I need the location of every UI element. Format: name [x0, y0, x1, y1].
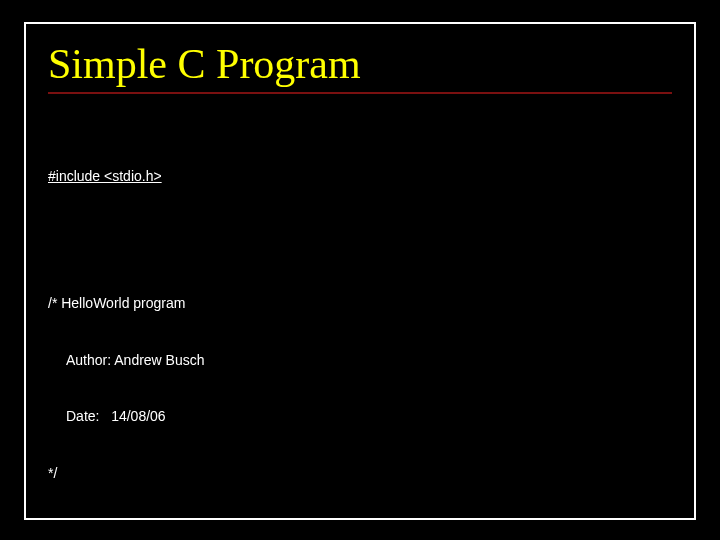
include-text: #include <stdio.h>: [48, 168, 162, 184]
comment-line-1: /* HelloWorld program: [48, 294, 672, 313]
comment-block: /* HelloWorld program Author: Andrew Bus…: [48, 256, 672, 520]
comment-line-2: Author: Andrew Busch: [48, 351, 672, 370]
slide-inner-frame: Simple C Program #include <stdio.h> /* H…: [24, 22, 696, 520]
slide-title: Simple C Program: [48, 42, 672, 86]
slide: Simple C Program #include <stdio.h> /* H…: [0, 0, 720, 540]
comment-line-3: Date: 14/08/06: [48, 407, 672, 426]
code-area: #include <stdio.h> /* HelloWorld program…: [48, 110, 672, 540]
include-line: #include <stdio.h>: [48, 167, 672, 186]
title-underline-rule: [48, 92, 672, 94]
comment-line-4: */: [48, 464, 672, 483]
